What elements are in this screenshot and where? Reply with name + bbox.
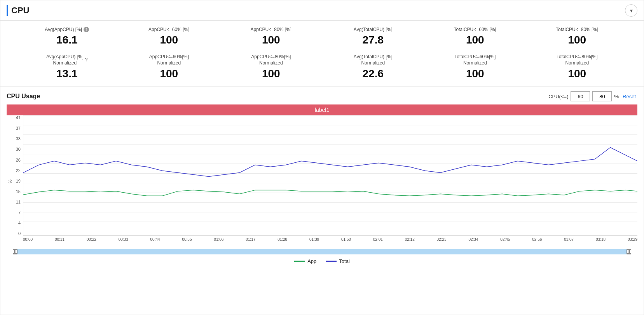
x-label-0106: 01:06	[214, 237, 223, 242]
legend-item-total: Total	[326, 258, 349, 264]
x-label-0234: 02:34	[468, 237, 478, 242]
legend-item-app: App	[294, 258, 316, 264]
scrollbar-handle-left[interactable]	[13, 249, 17, 254]
chart-legend: App Total	[7, 258, 637, 264]
metric-app-cpu-80: AppCPU<=80% [%] 100	[220, 27, 322, 46]
legend-label-total: Total	[339, 258, 349, 264]
scrollbar-handle-left-lines	[13, 250, 17, 253]
metric-label-avg-app-cpu: Avg(AppCPU) [%] ?	[20, 27, 114, 32]
chevron-down-icon[interactable]: ▾	[625, 4, 637, 17]
metric-label-total-cpu-60: TotalCPU<=60% [%]	[428, 27, 522, 32]
reset-button[interactable]: Reset	[621, 94, 637, 99]
metric-value-total-cpu-60-norm: 100	[428, 68, 522, 80]
legend-line-app	[294, 261, 305, 262]
y-axis: 41 37 33 30 26 22 19 15 11 7 4 0	[7, 115, 23, 236]
metric-label-avg-total-cpu: Avg(TotalCPU) [%]	[326, 27, 421, 32]
chart-header: CPU Usage CPU(<=) % Reset	[7, 91, 637, 101]
metric-app-cpu-60-norm: AppCPU<=60%[%]Normalized 100	[118, 54, 220, 80]
chart-section: CPU Usage CPU(<=) % Reset label1 41 37 3…	[0, 87, 644, 267]
metric-avg-total-cpu-norm: Avg(TotalCPU) [%]Normalized 22.6	[322, 54, 424, 80]
metric-value-avg-total-cpu: 27.8	[326, 34, 421, 46]
metric-value-avg-total-cpu-norm: 22.6	[326, 68, 421, 80]
metric-label-app-cpu-60: AppCPU<=60% [%]	[122, 27, 216, 32]
y-label-11: 11	[16, 200, 21, 204]
metrics-row-1: Avg(AppCPU) [%] ? 16.1 AppCPU<=60% [%] 1…	[16, 27, 628, 46]
x-label-0212: 02:12	[405, 237, 415, 242]
chart-inner	[23, 115, 637, 236]
metric-value-app-cpu-60: 100	[122, 34, 216, 46]
metric-value-total-cpu-80-norm: 100	[530, 68, 625, 80]
metric-value-app-cpu-80: 100	[224, 34, 318, 46]
help-icon-avg-app-cpu[interactable]: ?	[84, 27, 89, 32]
x-label-0011: 00:11	[55, 237, 65, 242]
metric-label-app-cpu-80: AppCPU<=80% [%]	[224, 27, 318, 32]
metric-app-cpu-60: AppCPU<=60% [%] 100	[118, 27, 220, 46]
metric-label-app-cpu-80-norm: AppCPU<=80%[%]Normalized	[224, 54, 318, 66]
metric-label-avg-total-cpu-norm: Avg(TotalCPU) [%]Normalized	[326, 54, 421, 66]
chart-plot: 41 37 33 30 26 22 19 15 11 7 4 0 %	[7, 115, 637, 247]
y-label-19: 19	[16, 179, 21, 183]
metric-label-app-cpu-60-norm: AppCPU<=60%[%]Normalized	[122, 54, 216, 66]
x-label-0307: 03:07	[564, 237, 574, 242]
y-label-7: 7	[18, 210, 21, 215]
metric-value-app-cpu-60-norm: 100	[122, 68, 216, 80]
y-axis-title: %	[8, 179, 12, 183]
chart-label-bar: label1	[7, 104, 637, 115]
y-label-30: 30	[16, 147, 21, 151]
x-label-0201: 02:01	[373, 237, 383, 242]
metric-avg-app-cpu: Avg(AppCPU) [%] ? 16.1	[16, 27, 118, 46]
y-label-37: 37	[16, 126, 21, 131]
x-label-0033: 00:33	[119, 237, 128, 242]
legend-label-app: App	[307, 258, 316, 264]
metrics-row-2: Avg(AppCPU) [%]Normalized ? 13.1 AppCPU<…	[16, 54, 628, 80]
x-label-0256: 02:56	[532, 237, 542, 242]
metric-value-app-cpu-80-norm: 100	[224, 68, 318, 80]
metric-label-avg-app-cpu-norm: Avg(AppCPU) [%]Normalized ?	[20, 54, 114, 66]
metric-total-cpu-80: TotalCPU<=80% [%] 100	[526, 27, 628, 46]
x-label-0055: 00:55	[182, 237, 192, 242]
metric-avg-total-cpu: Avg(TotalCPU) [%] 27.8	[322, 27, 424, 46]
metric-value-avg-app-cpu: 16.1	[20, 34, 114, 46]
cpu-60-input[interactable]	[571, 91, 590, 101]
y-label-26: 26	[16, 158, 21, 162]
metric-label-total-cpu-80-norm: TotalCPU<=80%[%]Normalized	[530, 54, 625, 66]
x-axis: 00:00 00:11 00:22 00:33 00:44 00:55 01:0…	[23, 236, 637, 247]
x-label-0329: 03:29	[628, 237, 637, 242]
scrollbar-handle-right[interactable]	[627, 249, 631, 254]
legend-line-total	[326, 261, 337, 262]
metric-label-total-cpu-80: TotalCPU<=80% [%]	[530, 27, 625, 32]
x-label-0139: 01:39	[309, 237, 319, 242]
scrollbar-handle-right-lines	[627, 250, 631, 253]
metric-total-cpu-60: TotalCPU<=60% [%] 100	[424, 27, 526, 46]
cpu-80-input[interactable]	[592, 91, 612, 101]
y-label-4: 4	[18, 221, 21, 225]
metric-avg-app-cpu-norm: Avg(AppCPU) [%]Normalized ? 13.1	[16, 54, 118, 80]
x-label-0150: 01:50	[341, 237, 351, 242]
header: CPU ▾	[0, 0, 644, 21]
y-label-22: 22	[16, 168, 21, 173]
y-label-41: 41	[16, 115, 21, 120]
cpu-lte-label: CPU(<=)	[548, 94, 568, 99]
metric-value-total-cpu-80: 100	[530, 34, 625, 46]
x-label-0117: 01:17	[246, 237, 255, 242]
metric-value-avg-app-cpu-norm: 13.1	[20, 68, 114, 80]
chart-title: CPU Usage	[7, 93, 40, 100]
metric-total-cpu-80-norm: TotalCPU<=80%[%]Normalized 100	[526, 54, 628, 80]
total-cpu-line	[23, 148, 637, 177]
x-label-0000: 00:00	[23, 237, 33, 242]
title-text: CPU	[11, 5, 29, 16]
metrics-section: Avg(AppCPU) [%] ? 16.1 AppCPU<=60% [%] 1…	[0, 21, 644, 87]
metric-value-total-cpu-60: 100	[428, 34, 522, 46]
page-title: CPU	[7, 5, 29, 16]
scrollbar[interactable]	[13, 249, 631, 254]
x-label-0128: 01:28	[277, 237, 287, 242]
chart-controls: CPU(<=) % Reset	[548, 91, 637, 101]
help-icon-avg-app-cpu-norm[interactable]: ?	[85, 57, 88, 63]
metric-app-cpu-80-norm: AppCPU<=80%[%]Normalized 100	[220, 54, 322, 80]
metric-label-total-cpu-60-norm: TotalCPU<=60%[%]Normalized	[428, 54, 522, 66]
x-label-0044: 00:44	[150, 237, 160, 242]
x-label-0223: 02:23	[437, 237, 447, 242]
x-label-0318: 03:18	[596, 237, 606, 242]
y-label-15: 15	[16, 189, 21, 194]
app-cpu-line	[23, 190, 637, 196]
